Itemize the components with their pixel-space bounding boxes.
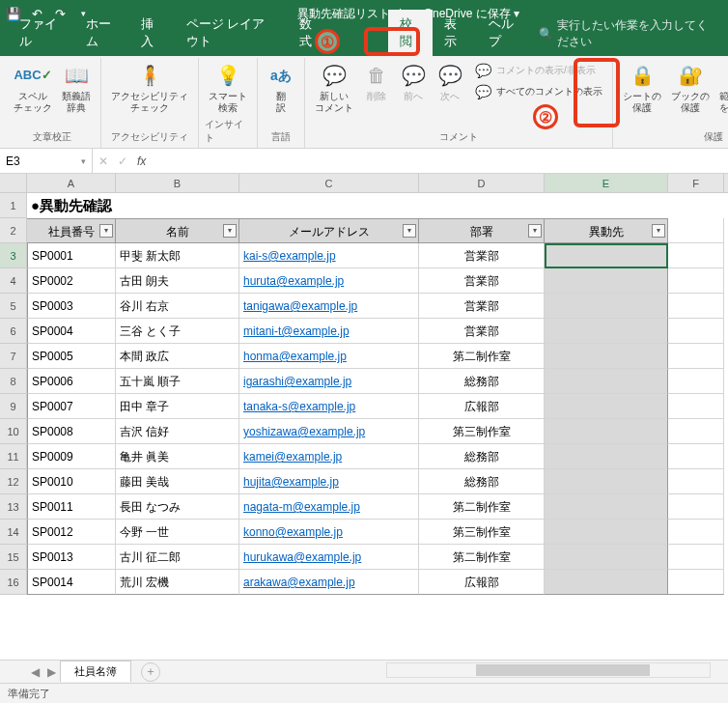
select-all[interactable]: [0, 174, 27, 192]
cell-dept[interactable]: 営業部: [419, 319, 545, 344]
cell-email[interactable]: tanigawa@example.jp: [239, 294, 419, 319]
cell-dept[interactable]: 広報部: [419, 570, 545, 595]
fx-icon[interactable]: fx: [137, 155, 146, 168]
table-header[interactable]: 社員番号▾: [27, 218, 116, 243]
row-header[interactable]: 14: [0, 520, 27, 545]
horizontal-scrollbar[interactable]: [386, 662, 711, 678]
cell-dest[interactable]: [545, 243, 668, 268]
cell-id[interactable]: SP0007: [27, 394, 116, 419]
chevron-down-icon[interactable]: ▾: [81, 156, 86, 166]
cell-name[interactable]: 今野 一世: [116, 520, 239, 545]
cell-id[interactable]: SP0001: [27, 243, 116, 268]
row-header[interactable]: 10: [0, 419, 27, 444]
cell-empty[interactable]: [668, 344, 724, 369]
table-header[interactable]: 部署▾: [419, 218, 545, 243]
cell-id[interactable]: SP0006: [27, 369, 116, 394]
cell-dest[interactable]: [545, 394, 668, 419]
row-header[interactable]: 15: [0, 545, 27, 570]
cell-id[interactable]: SP0012: [27, 520, 116, 545]
col-header[interactable]: B: [116, 174, 239, 192]
cell-dept[interactable]: 総務部: [419, 444, 545, 469]
cell-empty[interactable]: [668, 294, 724, 319]
cell-dept[interactable]: 営業部: [419, 268, 545, 294]
cell-name[interactable]: 五十嵐 順子: [116, 369, 239, 394]
filter-icon[interactable]: ▾: [223, 224, 237, 238]
cell-name[interactable]: 三谷 とく子: [116, 319, 239, 344]
cell-email[interactable]: kamei@example.jp: [239, 444, 419, 469]
cell-id[interactable]: SP0003: [27, 294, 116, 319]
col-header[interactable]: E: [545, 174, 668, 192]
cell-email[interactable]: mitani-t@example.jp: [239, 319, 419, 344]
cell-dept[interactable]: 第三制作室: [419, 419, 545, 444]
add-sheet-button[interactable]: ＋: [141, 662, 160, 682]
cell-id[interactable]: SP0010: [27, 469, 116, 494]
tell-me-search[interactable]: 🔍 実行したい作業を入力してください: [533, 12, 720, 56]
cell-name[interactable]: 荒川 宏機: [116, 570, 239, 595]
cell-email[interactable]: konno@example.jp: [239, 520, 419, 545]
tab-insert[interactable]: 挿入: [129, 10, 174, 56]
row-header[interactable]: 4: [0, 268, 27, 294]
cell-email[interactable]: yoshizawa@example.jp: [239, 419, 419, 444]
cell-empty[interactable]: [668, 319, 724, 344]
cell-id[interactable]: SP0014: [27, 570, 116, 595]
filter-icon[interactable]: ▾: [652, 224, 665, 238]
cell-id[interactable]: SP0008: [27, 419, 116, 444]
cell-name[interactable]: 亀井 眞美: [116, 444, 239, 469]
scroll-thumb[interactable]: [476, 664, 650, 676]
cell-dest[interactable]: [545, 344, 668, 369]
cell-dest[interactable]: [545, 369, 668, 394]
cell-dest[interactable]: [545, 444, 668, 469]
col-header[interactable]: D: [419, 174, 545, 192]
cell-email[interactable]: huruta@example.jp: [239, 268, 419, 294]
table-header[interactable]: 名前▾: [116, 218, 239, 243]
cell-email[interactable]: igarashi@example.jp: [239, 369, 419, 394]
formula-input[interactable]: [155, 155, 722, 168]
cell-email[interactable]: kai-s@example.jp: [239, 243, 419, 268]
cell-dept[interactable]: 第二制作室: [419, 344, 545, 369]
allow-edit-ranges-button[interactable]: ▦範囲の編集 を許可する: [715, 60, 728, 116]
col-header[interactable]: A: [27, 174, 116, 192]
row-header[interactable]: 13: [0, 494, 27, 520]
table-header[interactable]: 異動先▾: [545, 218, 668, 243]
cell-dest[interactable]: [545, 268, 668, 294]
cell-empty[interactable]: [668, 394, 724, 419]
cell-dest[interactable]: [545, 494, 668, 520]
translate-button[interactable]: aあ翻 訳: [264, 60, 298, 116]
row-header[interactable]: 5: [0, 294, 27, 319]
tab-layout[interactable]: ページ レイアウト: [175, 10, 288, 56]
cell-dept[interactable]: 総務部: [419, 369, 545, 394]
cell-name[interactable]: 長田 なつみ: [116, 494, 239, 520]
row-header[interactable]: 3: [0, 243, 27, 268]
cell-email[interactable]: arakawa@example.jp: [239, 570, 419, 595]
sheet-tab[interactable]: 社員名簿: [60, 661, 131, 682]
smart-lookup-button[interactable]: 💡スマート 検索: [205, 60, 251, 116]
cell-empty[interactable]: [668, 369, 724, 394]
cell-dept[interactable]: 広報部: [419, 394, 545, 419]
cell-dest[interactable]: [545, 319, 668, 344]
row-header[interactable]: 11: [0, 444, 27, 469]
cell-name[interactable]: 吉沢 信好: [116, 419, 239, 444]
col-header[interactable]: C: [239, 174, 419, 192]
accessibility-button[interactable]: 🧍アクセシビリティ チェック: [107, 60, 192, 116]
cell-dept[interactable]: 営業部: [419, 294, 545, 319]
cell-empty[interactable]: [668, 545, 724, 570]
cell-dept[interactable]: 第三制作室: [419, 520, 545, 545]
tab-view[interactable]: 表示: [433, 10, 477, 56]
cell-name[interactable]: 古川 征二郎: [116, 545, 239, 570]
cell-dest[interactable]: [545, 520, 668, 545]
filter-icon[interactable]: ▾: [403, 224, 416, 238]
cell-dest[interactable]: [545, 469, 668, 494]
cell-id[interactable]: SP0004: [27, 319, 116, 344]
enter-icon[interactable]: ✓: [118, 155, 127, 168]
protect-sheet-button[interactable]: 🔒シートの 保護: [619, 60, 665, 116]
worksheet[interactable]: A B C D E F 1●異動先確認2社員番号▾名前▾メールアドレス▾部署▾異…: [0, 174, 728, 660]
cell-id[interactable]: SP0009: [27, 444, 116, 469]
cell-empty[interactable]: [668, 469, 724, 494]
cell-email[interactable]: honma@example.jp: [239, 344, 419, 369]
tab-help[interactable]: ヘルプ: [477, 10, 533, 56]
cell-empty[interactable]: [668, 520, 724, 545]
tab-nav-prev-icon[interactable]: ◀: [27, 665, 43, 679]
cell-email[interactable]: tanaka-s@example.jp: [239, 394, 419, 419]
row-header[interactable]: 12: [0, 469, 27, 494]
protect-workbook-button[interactable]: 🔐ブックの 保護: [667, 60, 714, 116]
